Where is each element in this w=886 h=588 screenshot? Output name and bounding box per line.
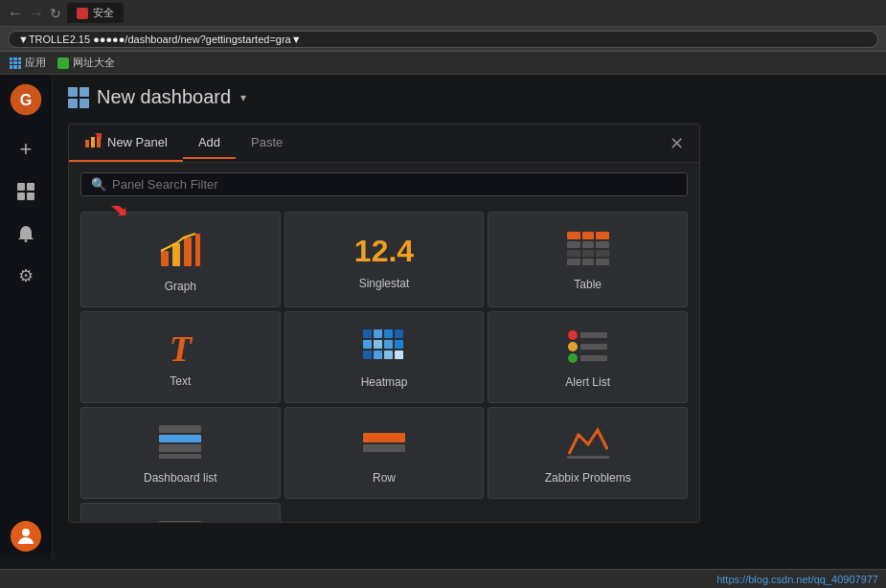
svg-rect-22 <box>567 250 580 257</box>
svg-rect-6 <box>25 239 28 242</box>
svg-rect-28 <box>363 329 372 338</box>
panel-item-text[interactable]: T Text <box>80 311 281 403</box>
svg-rect-29 <box>374 329 382 338</box>
panel-text-label: Text <box>170 374 191 388</box>
svg-rect-47 <box>159 435 201 442</box>
tab-label: 安全 <box>93 6 114 20</box>
panel-dashboardlist-label: Dashboard list <box>144 471 217 485</box>
panel-item-graph[interactable]: ➡ Graph <box>80 212 281 307</box>
panel-graph-label: Graph <box>165 280 196 293</box>
panel-item-singlestat[interactable]: 12.4 Singlestat <box>284 212 485 307</box>
svg-rect-18 <box>596 232 609 239</box>
singlestat-icon: 12.4 <box>354 234 414 269</box>
svg-point-40 <box>568 330 578 340</box>
address-bar[interactable] <box>8 31 878 48</box>
svg-rect-46 <box>159 425 201 433</box>
svg-rect-26 <box>582 259 594 265</box>
dashboardlist-icon <box>159 425 201 464</box>
svg-rect-34 <box>384 340 393 349</box>
tab-security-icon <box>77 8 88 19</box>
svg-rect-23 <box>582 250 594 257</box>
row-icon <box>363 425 405 464</box>
sidebar-item-settings[interactable]: ⚙ <box>7 257 45 295</box>
svg-rect-9 <box>91 137 95 147</box>
tab-add[interactable]: Add <box>183 127 236 159</box>
panel-grid: ➡ Graph 12.4 <box>69 206 699 522</box>
panel-item-row[interactable]: Row <box>284 407 485 499</box>
close-button[interactable]: ✕ <box>662 129 692 158</box>
panel-heatmap-label: Heatmap <box>361 375 408 389</box>
svg-rect-30 <box>384 329 393 338</box>
apps-grid-icon <box>10 57 21 69</box>
svg-rect-14 <box>184 237 192 266</box>
tab-new-panel[interactable]: New Panel <box>69 124 183 162</box>
search-row: 🔍 <box>69 163 699 206</box>
panel-row-label: Row <box>373 471 396 485</box>
text-icon: T <box>170 330 192 367</box>
table-icon <box>567 232 609 270</box>
svg-rect-37 <box>374 351 382 359</box>
graph-icon <box>159 230 201 272</box>
svg-rect-20 <box>582 241 594 248</box>
svg-rect-43 <box>580 344 607 350</box>
user-avatar[interactable] <box>11 521 41 552</box>
svg-rect-4 <box>17 192 25 200</box>
search-icon: 🔍 <box>91 177 106 192</box>
svg-rect-53 <box>159 521 201 522</box>
panel-item-table[interactable]: Table <box>488 212 688 307</box>
svg-rect-38 <box>384 351 393 359</box>
tab-paste[interactable]: Paste <box>236 127 298 159</box>
panel-dialog: New Panel Add Paste ✕ 🔍 <box>68 124 700 523</box>
svg-rect-3 <box>27 183 34 191</box>
panel-item-dashboardlist[interactable]: Dashboard list <box>80 407 281 499</box>
bookmark-url-all[interactable]: 网址大全 <box>57 56 115 70</box>
svg-rect-35 <box>395 340 403 349</box>
sidebar-item-add[interactable]: + <box>7 130 45 169</box>
tab-paste-label: Paste <box>251 135 283 149</box>
svg-rect-27 <box>596 259 609 265</box>
svg-rect-49 <box>159 454 201 459</box>
svg-rect-17 <box>582 232 594 239</box>
nav-forward-icon[interactable]: → <box>29 5 44 22</box>
svg-rect-25 <box>567 259 580 265</box>
sidebar-item-dashboards[interactable] <box>7 172 45 211</box>
svg-rect-32 <box>363 340 372 349</box>
main-content: New dashboard ▾ New Panel <box>53 75 886 559</box>
panel-item-zabbix[interactable]: Zabbix Problems <box>488 407 688 499</box>
svg-text:G: G <box>20 91 33 108</box>
new-panel-icon <box>84 132 102 152</box>
grafana-logo[interactable]: G <box>9 82 43 117</box>
search-box: 🔍 <box>80 172 688 196</box>
nav-back-icon[interactable]: ← <box>8 5 23 22</box>
svg-rect-48 <box>159 444 201 452</box>
panel-item-pluginlist[interactable]: Plugin list <box>80 503 281 522</box>
svg-rect-41 <box>580 332 607 338</box>
page-header: New dashboard ▾ <box>68 86 871 108</box>
bookmark-apps-label: 应用 <box>25 56 46 70</box>
zabbix-icon <box>567 425 609 464</box>
page-title: New dashboard <box>97 86 231 108</box>
panel-alertlist-label: Alert List <box>565 375 610 389</box>
bookmark-url-label: 网址大全 <box>73 56 115 70</box>
svg-rect-21 <box>596 241 609 248</box>
svg-point-7 <box>22 529 30 536</box>
svg-rect-50 <box>363 433 405 442</box>
bookmark-url-icon <box>57 57 69 69</box>
svg-rect-19 <box>567 241 580 248</box>
alertlist-icon <box>567 329 609 368</box>
svg-rect-8 <box>85 140 89 147</box>
sidebar-item-alerts[interactable] <box>7 215 45 253</box>
bookmark-apps[interactable]: 应用 <box>10 56 46 70</box>
panel-zabbix-label: Zabbix Problems <box>545 471 631 485</box>
svg-rect-31 <box>395 329 403 338</box>
sidebar: G + ⚙ <box>0 75 53 559</box>
svg-point-44 <box>568 353 578 363</box>
svg-rect-51 <box>363 444 405 452</box>
svg-rect-39 <box>395 351 403 359</box>
nav-refresh-icon[interactable]: ↻ <box>50 6 61 21</box>
panel-item-alertlist[interactable]: Alert List <box>488 311 688 403</box>
svg-rect-13 <box>172 243 180 266</box>
dropdown-arrow-icon[interactable]: ▾ <box>240 91 246 104</box>
panel-item-heatmap[interactable]: Heatmap <box>284 311 485 403</box>
search-input[interactable] <box>112 177 677 192</box>
